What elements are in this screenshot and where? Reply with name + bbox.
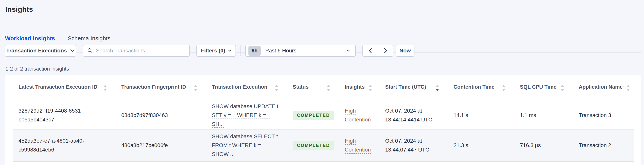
execution-type-label: Transaction Executions xyxy=(6,48,67,54)
latest-execution-id-value: 452da3e7-e7fa-4801-aa40-c59988d14eb6 xyxy=(13,136,116,154)
next-time-range-button[interactable] xyxy=(378,45,393,57)
column-header-application-name[interactable]: Application Name xyxy=(573,84,634,92)
sort-icon xyxy=(271,85,278,91)
table-header-row: Latest Transaction Execution ID Transact… xyxy=(13,75,634,101)
column-header-status[interactable]: Status xyxy=(287,84,339,92)
fingerprint-id-value: 08d8b7d97f830463 xyxy=(116,111,206,120)
sql-cpu-time-value: 716.3 µs xyxy=(514,141,573,150)
now-label: Now xyxy=(400,48,411,54)
table-row: 452da3e7-e7fa-4801-aa40-c59988d14eb6 480… xyxy=(13,129,634,161)
contention-time-value: 21.3 s xyxy=(448,141,514,150)
status-badge: COMPLETED xyxy=(293,141,334,150)
start-time-value: Oct 07, 2024 at 13:44:07.447 UTC xyxy=(380,136,448,154)
now-button[interactable]: Now xyxy=(396,45,414,57)
time-range-badge: 6h xyxy=(248,46,261,56)
sort-icon xyxy=(498,85,506,91)
column-header-latest-transaction-execution-id[interactable]: Latest Transaction Execution ID xyxy=(13,84,116,92)
sql-cpu-time-value: 1.1 ms xyxy=(514,111,573,120)
sort-icon xyxy=(190,85,198,91)
column-header-contention-time[interactable]: Contention Time xyxy=(448,84,514,92)
time-range-label: Past 6 Hours xyxy=(266,48,342,54)
filters-button[interactable]: Filters (0) xyxy=(196,45,236,57)
contention-time-value: 14.1 s xyxy=(448,111,514,120)
start-time-value: Oct 07, 2024 at 13:44:14.4414 UTC xyxy=(380,106,448,124)
transaction-execution-link[interactable]: SHOW database UPDATE t SET v = _ WHERE k… xyxy=(212,103,278,127)
results-count: 1-2 of 2 transaction insights xyxy=(6,66,69,72)
toolbar: Transaction Executions Filters (0) 6h Pa… xyxy=(0,45,644,57)
toolbar-divider xyxy=(240,45,240,56)
table-row: 328729d2-ff19-4408-8531-b05a5b4e43c7 08d… xyxy=(13,101,634,129)
column-header-insights[interactable]: Insights xyxy=(339,84,380,92)
search-input[interactable] xyxy=(96,48,185,54)
column-header-start-time[interactable]: Start Time (UTC) xyxy=(380,84,448,92)
insight-high-contention-link[interactable]: High Contention xyxy=(345,108,371,123)
application-name-value: Transaction 3 xyxy=(573,111,634,120)
filters-label: Filters (0) xyxy=(201,48,225,54)
execution-type-dropdown[interactable]: Transaction Executions xyxy=(5,45,76,57)
insight-high-contention-link[interactable]: High Contention xyxy=(345,138,371,153)
latest-execution-id-value: 328729d2-ff19-4408-8531-b05a5b4e43c7 xyxy=(13,106,116,124)
status-badge: COMPLETED xyxy=(293,111,334,120)
transaction-insights-table: Latest Transaction Execution ID Transact… xyxy=(13,75,634,161)
chevron-down-icon xyxy=(228,50,232,52)
sort-icon xyxy=(323,85,330,91)
chevron-down-icon xyxy=(70,49,74,52)
chevron-right-icon xyxy=(384,48,387,53)
column-header-sql-cpu-time[interactable]: SQL CPU Time xyxy=(514,84,573,92)
fingerprint-id-value: 480a8b217be006fe xyxy=(116,141,206,150)
sort-icon-active-desc xyxy=(432,85,439,91)
column-header-transaction-fingerprint-id[interactable]: Transaction Fingerprint ID xyxy=(116,84,206,92)
sort-icon xyxy=(365,85,372,91)
chevron-down-icon xyxy=(346,50,350,52)
chevron-left-icon xyxy=(369,48,372,53)
page-title: Insights xyxy=(6,6,33,14)
transaction-execution-link[interactable]: SHOW database SELECT * FROM t WHERE k = … xyxy=(212,133,278,157)
search-icon xyxy=(88,48,93,53)
search-box xyxy=(83,45,190,57)
previous-time-range-button[interactable] xyxy=(362,45,378,57)
sort-icon xyxy=(557,85,564,91)
insights-table-card: Latest Transaction Execution ID Transact… xyxy=(4,75,641,165)
column-header-transaction-execution[interactable]: Transaction Execution xyxy=(206,84,287,92)
application-name-value: Transaction 2 xyxy=(573,141,634,150)
sort-icon xyxy=(622,85,630,91)
sort-icon xyxy=(100,85,107,91)
time-range-dropdown[interactable]: 6h Past 6 Hours xyxy=(245,45,356,57)
